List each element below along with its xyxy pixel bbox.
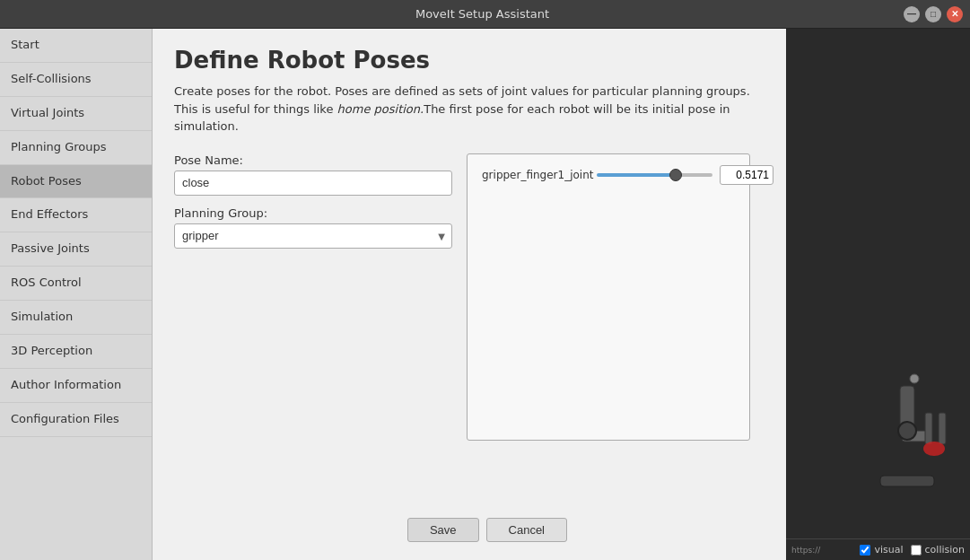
pose-name-label: Pose Name: <box>174 153 452 167</box>
collision-checkbox-group: collision <box>911 544 965 556</box>
sidebar: StartSelf-CollisionsVirtual JointsPlanni… <box>0 29 153 560</box>
bottom-bar: Save Cancel <box>174 500 765 542</box>
planning-group-select[interactable]: gripper arm arm_with_torso <box>174 223 452 249</box>
sidebar-item-author-information[interactable]: Author Information <box>0 369 152 403</box>
sidebar-item-self-collisions[interactable]: Self-Collisions <box>0 63 152 97</box>
svg-rect-6 <box>880 476 934 486</box>
viewport-url: https:// <box>791 546 852 555</box>
joint-value-input[interactable] <box>720 165 773 185</box>
sidebar-item-simulation[interactable]: Simulation <box>0 301 152 335</box>
robot-visual <box>853 359 961 503</box>
maximize-button[interactable]: □ <box>925 6 941 22</box>
visual-checkbox-group: visual <box>860 544 903 556</box>
sidebar-item-passive-joints[interactable]: Passive Joints <box>0 232 152 267</box>
joint-name-label: gripper_finger1_joint <box>482 169 590 181</box>
sidebar-item-planning-groups[interactable]: Planning Groups <box>0 131 152 165</box>
desc-italic: home position. <box>337 102 424 116</box>
svg-point-7 <box>910 374 919 383</box>
page-title: Define Robot Poses <box>174 47 765 74</box>
sidebar-item-virtual-joints[interactable]: Virtual Joints <box>0 97 152 131</box>
close-button[interactable]: ✕ <box>947 6 963 22</box>
planning-group-wrapper: gripper arm arm_with_torso ▼ <box>174 223 452 249</box>
page-description: Create poses for the robot. Poses are de… <box>174 83 765 136</box>
pose-name-input[interactable] <box>174 171 452 196</box>
viewport-bottom: https:// visual collision <box>786 538 970 560</box>
save-button[interactable]: Save <box>407 518 479 542</box>
form-section: Pose Name: Planning Group: gripper arm a… <box>174 153 452 249</box>
visual-label: visual <box>874 544 903 556</box>
titlebar-title: MoveIt Setup Assistant <box>61 7 904 21</box>
sidebar-item-robot-poses[interactable]: Robot Poses <box>0 165 152 199</box>
pose-name-group: Pose Name: <box>174 153 452 196</box>
viewport-canvas <box>786 29 970 538</box>
planning-group-label: Planning Group: <box>174 206 452 220</box>
titlebar-controls: — □ ✕ <box>904 6 963 22</box>
joint-panel: gripper_finger1_joint <box>467 153 750 441</box>
svg-point-5 <box>923 442 945 456</box>
minimize-button[interactable]: — <box>904 6 920 22</box>
sidebar-item-ros-control[interactable]: ROS Control <box>0 267 152 301</box>
svg-point-2 <box>898 422 916 440</box>
content-area: Define Robot Poses Create poses for the … <box>153 29 786 560</box>
sidebar-item-configuration-files[interactable]: Configuration Files <box>0 403 152 437</box>
joint-row: gripper_finger1_joint <box>482 165 735 185</box>
app-body: StartSelf-CollisionsVirtual JointsPlanni… <box>0 29 970 560</box>
form-and-panel: Pose Name: Planning Group: gripper arm a… <box>174 153 765 441</box>
visual-checkbox[interactable] <box>860 545 870 556</box>
viewport: https:// visual collision <box>786 29 970 560</box>
collision-checkbox[interactable] <box>911 545 922 556</box>
sidebar-item-end-effectors[interactable]: End Effectors <box>0 198 152 232</box>
svg-rect-4 <box>939 413 946 444</box>
planning-group-group: Planning Group: gripper arm arm_with_tor… <box>174 206 452 249</box>
svg-rect-3 <box>925 413 932 444</box>
sidebar-item-start[interactable]: Start <box>0 29 152 63</box>
joint-slider[interactable] <box>597 173 712 177</box>
collision-label: collision <box>925 544 965 556</box>
titlebar: MoveIt Setup Assistant — □ ✕ <box>0 0 970 29</box>
sidebar-item-3d-perception[interactable]: 3D Perception <box>0 335 152 369</box>
cancel-button[interactable]: Cancel <box>486 518 567 542</box>
